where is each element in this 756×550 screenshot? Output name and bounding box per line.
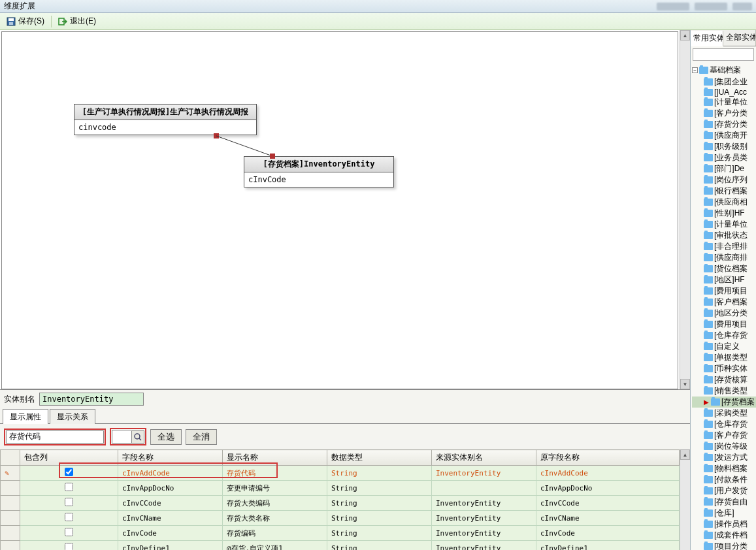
entity-browser: 常用实体 全部实体 − 基础档案 [集团企业[]UA_Acc[计量单位[客户分类… [691, 30, 756, 550]
tree-item[interactable]: [仓库存货 [692, 330, 756, 341]
tree-item[interactable]: [供应商开 [692, 130, 756, 141]
save-button[interactable]: 保存(S) [3, 14, 48, 28]
tab-relations[interactable]: 显示关系 [50, 409, 95, 424]
tree-item[interactable]: [存货分类 [692, 119, 756, 130]
include-cell[interactable] [20, 541, 118, 551]
include-checkbox[interactable] [65, 513, 73, 521]
table-row[interactable]: ✎cInvAddCode存货代码StringInventoryEntitycIn… [1, 466, 680, 481]
col-display[interactable]: 显示名称 [223, 450, 327, 466]
tree-item[interactable]: [费用项目 [692, 285, 756, 297]
exit-icon [58, 17, 67, 26]
tree-item[interactable]: [非合理排 [692, 241, 756, 252]
tree-item[interactable]: [币种实体 [692, 363, 756, 374]
tree-item[interactable]: [操作员档 [692, 519, 756, 530]
col-src-entity[interactable]: 来源实体别名 [432, 450, 536, 466]
exit-button[interactable]: 退出(E) [54, 14, 100, 28]
folder-icon [704, 99, 713, 106]
tree-item[interactable]: [仓库] [692, 508, 756, 519]
include-checkbox[interactable] [65, 528, 73, 536]
properties-grid[interactable]: 包含列 字段名称 显示名称 数据类型 来源实体别名 原字段名称 ✎cInvAdd… [0, 449, 680, 550]
table-row[interactable]: cInvCCode存货大类编码StringInventoryEntitycInv… [1, 496, 680, 511]
col-orig-field[interactable]: 原字段名称 [536, 450, 680, 466]
include-cell[interactable] [20, 496, 118, 511]
entity-box-inventory[interactable]: [存货档案]InventoryEntity cInvCode [244, 156, 394, 187]
include-cell[interactable] [20, 481, 118, 496]
tree-item[interactable]: [地区]HF [692, 274, 756, 285]
tree-item[interactable]: [审批状态 [692, 230, 756, 241]
clear-all-button[interactable]: 全消 [186, 429, 217, 445]
include-checkbox[interactable] [65, 468, 73, 476]
table-row[interactable]: cInvCName存货大类名称StringInventoryEntitycInv… [1, 511, 680, 526]
include-cell[interactable] [20, 511, 118, 526]
tree-item[interactable]: [货位档案 [692, 263, 756, 274]
tree-item[interactable]: [采购类型 [692, 408, 756, 419]
tree-root[interactable]: − 基础档案 [692, 64, 756, 76]
tree-item[interactable]: [岗位序列 [692, 174, 756, 186]
col-dtype[interactable]: 数据类型 [327, 450, 432, 466]
tree-item[interactable]: [成套件档 [692, 530, 756, 541]
scroll-up-icon[interactable]: ▲ [680, 30, 690, 40]
col-field[interactable]: 字段名称 [118, 450, 223, 466]
tree-item[interactable]: [客户分类 [692, 108, 756, 119]
tree-item[interactable]: [集团企业 [692, 76, 756, 88]
include-cell[interactable] [20, 466, 118, 481]
connector-handle[interactable] [270, 154, 275, 159]
tree-item[interactable]: [业务员类 [692, 152, 756, 163]
include-checkbox[interactable] [65, 483, 73, 491]
entity-box-report[interactable]: [生产订单执行情况周报]生产订单执行情况周报 cinvcode [74, 104, 257, 135]
grid-scrollbar[interactable]: ▲ [680, 449, 690, 550]
tree-item[interactable]: [供应商排 [692, 252, 756, 263]
tree-item[interactable]: [岗位等级 [692, 441, 756, 452]
tree-item[interactable]: [计量单位 [692, 97, 756, 108]
tab-common-entities[interactable]: 常用实体 [691, 31, 723, 46]
table-row[interactable]: cInvAppDocNo变更申请编号StringcInvAppDocNo [1, 481, 680, 496]
tree-item[interactable]: [物料档案 [692, 463, 756, 474]
include-checkbox[interactable] [65, 498, 73, 506]
alias-input[interactable] [39, 393, 144, 406]
tree-item[interactable]: []UA_Acc [692, 88, 756, 97]
tree-item[interactable]: [职务级别 [692, 141, 756, 152]
col-rowheader [1, 450, 20, 466]
tree-item[interactable]: [用户发货 [692, 485, 756, 496]
select-all-button[interactable]: 全选 [150, 429, 182, 445]
tree-item[interactable]: [客户存货 [692, 430, 756, 441]
tab-all-entities[interactable]: 全部实体 [723, 30, 756, 46]
cell-dtype: String [327, 511, 432, 526]
include-cell[interactable] [20, 526, 118, 541]
entity-tree[interactable]: − 基础档案 [集团企业[]UA_Acc[计量单位[客户分类[存货分类[供应商开… [691, 63, 756, 550]
filter-input[interactable] [6, 430, 104, 444]
folder-icon [704, 210, 713, 217]
tree-item[interactable]: [单据类型 [692, 352, 756, 363]
tree-item[interactable]: [项目分类 [692, 541, 756, 550]
tree-item[interactable]: [存货自由 [692, 496, 756, 508]
lookup-input[interactable] [112, 430, 131, 444]
tree-item[interactable]: [地区分类 [692, 308, 756, 319]
include-checkbox[interactable] [65, 543, 73, 550]
canvas-scrollbar[interactable]: ▲ ▼ [680, 30, 690, 389]
tree-item[interactable]: [费用项目 [692, 319, 756, 330]
tree-item[interactable]: [销售类型 [692, 385, 756, 396]
tab-properties[interactable]: 显示属性 [3, 409, 48, 424]
tree-item[interactable]: [银行档案 [692, 186, 756, 197]
tree-item[interactable]: [部门]De [692, 163, 756, 174]
table-row[interactable]: cInvDefine1@存货.自定义项1StringInventoryEntit… [1, 541, 680, 551]
tree-item[interactable]: [性别]HF [692, 208, 756, 219]
tree-item[interactable]: [计量单位 [692, 219, 756, 230]
tree-item[interactable]: [自定义 [692, 341, 756, 352]
lookup-button[interactable] [131, 430, 144, 444]
tree-item[interactable]: ▶[存货档案 [692, 396, 756, 408]
tree-item[interactable]: [仓库存货 [692, 419, 756, 430]
table-row[interactable]: cInvCode存货编码StringInventoryEntitycInvCod… [1, 526, 680, 541]
scroll-down-icon[interactable]: ▼ [680, 379, 690, 389]
scroll-up-icon[interactable]: ▲ [680, 449, 690, 460]
tree-item[interactable]: [客户档案 [692, 297, 756, 308]
diagram-canvas[interactable]: [生产订单执行情况周报]生产订单执行情况周报 cinvcode [存货档案]In… [1, 31, 678, 389]
svg-line-6 [139, 438, 141, 440]
col-include[interactable]: 包含列 [20, 450, 118, 466]
tree-item[interactable]: [付款条件 [692, 474, 756, 485]
collapse-icon[interactable]: − [692, 67, 698, 73]
browser-search-input[interactable] [693, 48, 754, 61]
tree-item[interactable]: [发运方式 [692, 452, 756, 463]
tree-item[interactable]: [存货核算 [692, 374, 756, 385]
tree-item[interactable]: [供应商相 [692, 197, 756, 208]
